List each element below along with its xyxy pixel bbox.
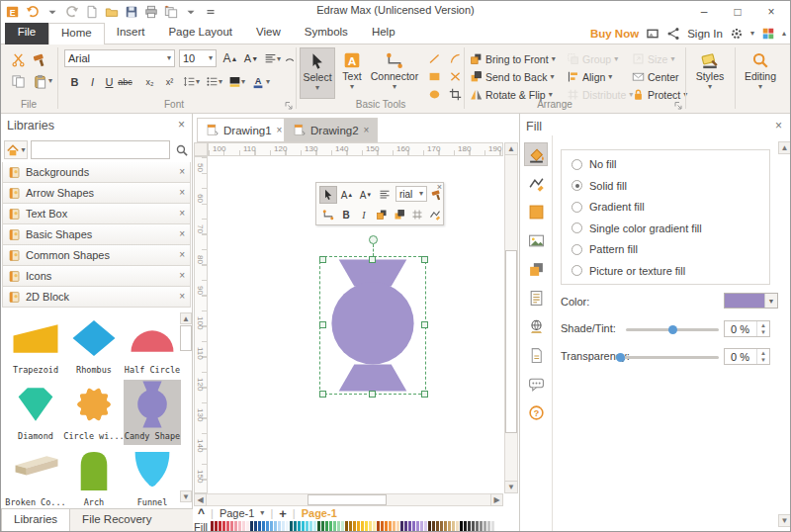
settings-gear-icon[interactable] bbox=[730, 27, 744, 41]
highlight-caret[interactable]: ▾ bbox=[241, 78, 245, 86]
radio-selected[interactable] bbox=[571, 180, 582, 191]
snapshot-icon[interactable] bbox=[163, 5, 178, 20]
panel-tab-file-recovery[interactable]: File Recovery bbox=[70, 509, 163, 532]
panel-tab-libraries[interactable]: Libraries bbox=[1, 509, 70, 532]
shape-flower[interactable]: Circle wi... bbox=[65, 380, 123, 445]
selection-handle[interactable] bbox=[421, 321, 428, 328]
shape-candy[interactable]: Candy Shape bbox=[124, 380, 181, 445]
libraries-close-button[interactable]: × bbox=[178, 119, 185, 131]
library-item-backgrounds[interactable]: Backgrounds × bbox=[2, 162, 191, 183]
text-align-caret[interactable]: ▾ bbox=[277, 55, 281, 63]
palette-color[interactable] bbox=[400, 521, 403, 532]
tool-connector-button[interactable]: Connector ▾ bbox=[369, 47, 420, 99]
transparency-slider[interactable] bbox=[616, 356, 719, 359]
canvas-hscroll-thumb[interactable] bbox=[308, 494, 387, 505]
bullets-caret[interactable]: ▾ bbox=[219, 78, 222, 86]
gallery-scroll-up[interactable]: ▲ bbox=[180, 312, 192, 324]
library-home-button[interactable]: ▾ bbox=[4, 140, 28, 159]
note-tab[interactable] bbox=[524, 286, 548, 310]
transparency-spinner[interactable]: 0 % ▲▼ bbox=[724, 348, 770, 365]
new-document-icon[interactable] bbox=[84, 5, 99, 20]
fb-increase-font-button[interactable]: A▲ bbox=[338, 186, 356, 204]
highlight-button[interactable] bbox=[226, 73, 242, 90]
canvas-vscroll-up[interactable]: ▲ bbox=[504, 142, 518, 155]
palette-color[interactable] bbox=[321, 521, 324, 532]
palette-color[interactable] bbox=[476, 521, 479, 532]
subscript-button[interactable]: x₂ bbox=[141, 73, 158, 90]
palette-color[interactable] bbox=[373, 521, 376, 532]
radio-unselected[interactable] bbox=[571, 265, 582, 276]
doc-tab-drawing2[interactable]: Drawing2 × bbox=[284, 118, 378, 142]
increase-font-button[interactable]: A▲ bbox=[220, 49, 240, 67]
tool-select-button[interactable]: Select ▾ bbox=[300, 47, 335, 99]
palette-color[interactable] bbox=[385, 521, 388, 532]
fill-color-swatch[interactable]: ▼ bbox=[724, 293, 778, 309]
arc-tool-button[interactable] bbox=[447, 50, 464, 66]
fb-distribute-button[interactable] bbox=[408, 206, 426, 223]
palette-color[interactable] bbox=[250, 521, 253, 532]
palette-color[interactable] bbox=[487, 521, 490, 532]
settings-dropdown-caret[interactable]: ▾ bbox=[750, 30, 754, 38]
radio-unselected[interactable] bbox=[571, 159, 582, 170]
arrange-center-button[interactable]: Center bbox=[632, 68, 679, 85]
fill-option-picture-or-texture-fill[interactable]: Picture or texture fill bbox=[571, 263, 685, 279]
library-item-close[interactable]: × bbox=[179, 292, 185, 302]
palette-color[interactable] bbox=[377, 521, 380, 532]
rect-tool-button[interactable] bbox=[426, 68, 443, 84]
arrange-dialog-launcher-icon[interactable] bbox=[673, 101, 682, 110]
radio-unselected[interactable] bbox=[571, 202, 582, 213]
undo-icon[interactable] bbox=[25, 5, 40, 20]
palette-color[interactable] bbox=[416, 521, 419, 532]
dropdown-icon[interactable] bbox=[44, 5, 59, 20]
palette-color[interactable] bbox=[389, 521, 392, 532]
palette-color[interactable] bbox=[294, 521, 297, 532]
palette-color[interactable] bbox=[357, 521, 360, 532]
menu-tab-home[interactable]: Home bbox=[48, 23, 105, 44]
superscript-button[interactable]: x² bbox=[161, 73, 178, 90]
edraw-logo-icon[interactable]: E bbox=[5, 5, 20, 20]
palette-color[interactable] bbox=[219, 521, 221, 532]
selection-handle[interactable] bbox=[319, 321, 326, 328]
fb-align-button[interactable] bbox=[376, 186, 394, 204]
styles-button[interactable]: Styles ▾ bbox=[687, 47, 733, 99]
palette-color[interactable] bbox=[369, 521, 372, 532]
fb-font-combo[interactable]: rial▾ bbox=[396, 186, 427, 202]
fb-italic-button[interactable]: I bbox=[355, 206, 373, 223]
fb-decrease-font-button[interactable]: A▼ bbox=[357, 186, 375, 204]
paste-button[interactable] bbox=[31, 72, 48, 90]
palette-color[interactable] bbox=[234, 521, 237, 532]
print-icon[interactable] bbox=[143, 5, 158, 20]
text-align-button[interactable] bbox=[262, 50, 278, 66]
palette-color[interactable] bbox=[333, 521, 336, 532]
selection-handle[interactable] bbox=[421, 391, 428, 398]
palette-color[interactable] bbox=[424, 521, 427, 532]
palette-color[interactable] bbox=[266, 521, 269, 532]
selection-handle[interactable] bbox=[421, 256, 428, 263]
arrange-send-to-back-button[interactable]: Send to Back▾ bbox=[470, 68, 554, 85]
collapse-ribbon-icon[interactable]: ▴ bbox=[782, 30, 786, 38]
fill-option-single-color-gradient-fill[interactable]: Single color gradient fill bbox=[571, 221, 702, 236]
redo-icon[interactable] bbox=[64, 5, 79, 20]
palette-color[interactable] bbox=[420, 521, 423, 532]
shape-funnel[interactable]: Funnel bbox=[124, 446, 181, 511]
palette-color[interactable] bbox=[302, 521, 305, 532]
palette-color[interactable] bbox=[306, 521, 308, 532]
tool-text-button[interactable]: A Text ▾ bbox=[337, 47, 367, 99]
palette-color[interactable] bbox=[337, 521, 340, 532]
bullets-button[interactable] bbox=[204, 73, 220, 90]
font-dialog-launcher-icon[interactable] bbox=[284, 101, 293, 110]
strikethrough-button[interactable]: abc bbox=[117, 73, 133, 90]
fill-panel-scroll-track[interactable] bbox=[778, 141, 791, 532]
dropdown-icon[interactable] bbox=[183, 5, 198, 20]
pagebar-collapse-icon[interactable]: ^ bbox=[198, 506, 205, 520]
fill-panel-scroll-up[interactable]: ▲ bbox=[778, 141, 791, 154]
cut-button[interactable] bbox=[9, 50, 27, 68]
palette-color[interactable] bbox=[242, 521, 245, 532]
shape-slab[interactable]: Broken Co... bbox=[7, 446, 64, 511]
gallery-scroll-thumb[interactable] bbox=[180, 325, 192, 351]
arrange-align-button[interactable]: Align▾ bbox=[567, 68, 612, 85]
decrease-font-button[interactable]: A▼ bbox=[241, 49, 261, 67]
font-color-caret[interactable]: ▾ bbox=[266, 78, 270, 86]
library-search-input[interactable] bbox=[31, 140, 170, 159]
palette-color[interactable] bbox=[472, 521, 475, 532]
